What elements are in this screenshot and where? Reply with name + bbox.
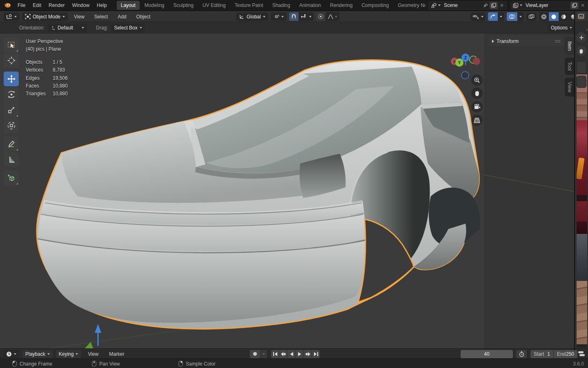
scale-tool[interactable]	[4, 103, 19, 117]
workspace-tab-rendering[interactable]: Rendering	[326, 1, 356, 10]
sidebar-tab-tool[interactable]: Tool	[565, 58, 574, 75]
options-button[interactable]: Options	[548, 24, 575, 32]
workspace-tab-shading[interactable]: Shading	[268, 1, 294, 10]
prev-keyframe-button[interactable]	[279, 350, 287, 358]
shading-wireframe-button[interactable]	[539, 12, 549, 21]
workspace-tab-layout[interactable]: Layout	[117, 1, 140, 10]
frame-start-field[interactable]: Start1	[530, 350, 553, 358]
pin-icon[interactable]	[481, 2, 490, 9]
keying-menu[interactable]: Keying	[56, 350, 81, 358]
overlays-options-chevron[interactable]	[517, 12, 524, 21]
timeline-editor-type-button[interactable]	[3, 350, 19, 358]
jump-to-end-button[interactable]	[312, 350, 320, 358]
current-frame-field[interactable]: 40	[461, 350, 513, 358]
navigation-gizmo[interactable]: Z X Y	[449, 39, 483, 80]
measure-tool[interactable]	[4, 152, 19, 167]
annotate-tool[interactable]	[4, 137, 19, 151]
scene-name[interactable]: Scene	[441, 2, 481, 8]
cursor-tool[interactable]	[4, 53, 19, 68]
playback-menu[interactable]: Playback	[22, 350, 53, 358]
sidebar-tab-view[interactable]: View	[565, 78, 574, 96]
drag-dots-icon[interactable]	[555, 40, 561, 43]
move-tool[interactable]	[4, 72, 19, 86]
shading-material-button[interactable]	[559, 12, 568, 21]
unlink-scene-icon[interactable]	[498, 2, 506, 9]
perspective-toggle-button[interactable]	[471, 114, 483, 126]
editor-menu-icon[interactable]	[578, 351, 585, 357]
timeline-view-menu[interactable]: View	[84, 350, 102, 358]
workspace-tab-geometry-nodes[interactable]: Geometry Nodes	[394, 1, 425, 10]
snap-toggle[interactable]	[289, 12, 298, 21]
new-viewlayer-icon[interactable]	[570, 2, 579, 9]
menu-add[interactable]: Add	[114, 12, 130, 21]
editor-type-button[interactable]	[3, 13, 20, 21]
add-image-button[interactable]	[576, 32, 586, 43]
next-keyframe-button[interactable]	[304, 350, 312, 358]
proportional-falloff-selector[interactable]	[325, 12, 339, 21]
preview-range-button[interactable]	[516, 350, 527, 358]
record-icon	[253, 352, 257, 356]
shading-solid-button[interactable]	[549, 12, 559, 21]
viewport-3d[interactable]: User Perspective (40) pics | Plane Objec…	[0, 34, 574, 348]
show-overlays-toggle[interactable]	[507, 12, 517, 21]
menu-window[interactable]: Window	[68, 0, 93, 11]
orientation-default-icon	[51, 25, 56, 30]
proportional-editing-toggle[interactable]	[316, 12, 325, 21]
workspace-tab-texture-paint[interactable]: Texture Paint	[231, 1, 267, 10]
axis-neg-z-ball[interactable]	[461, 72, 469, 79]
workspace-tab-compositing[interactable]: Compositing	[357, 1, 393, 10]
new-scene-icon[interactable]	[490, 2, 498, 9]
menu-render[interactable]: Render	[45, 0, 68, 11]
blender-logo-icon[interactable]	[3, 2, 11, 9]
transform-panel-header[interactable]: Transform	[489, 36, 564, 46]
pan-image-button[interactable]	[576, 46, 586, 56]
move-gizmo[interactable]	[85, 324, 101, 348]
camera-view-button[interactable]	[471, 101, 483, 112]
transform-tool[interactable]	[4, 118, 19, 133]
workspace-tab-sculpting[interactable]: Sculpting	[169, 1, 198, 10]
object-visibility-selector[interactable]	[470, 13, 486, 21]
viewlayer-name[interactable]: ViewLayer	[522, 2, 570, 8]
viewlayer-icon[interactable]	[512, 2, 520, 9]
axis-neg-x-ball[interactable]	[473, 58, 480, 65]
transform-orientation-selector[interactable]: Global	[236, 13, 268, 21]
play-button[interactable]	[296, 350, 303, 358]
menu-object[interactable]: Object	[133, 12, 154, 21]
image-tool-button[interactable]	[577, 61, 586, 74]
menu-file[interactable]: File	[14, 0, 29, 11]
sidebar-tab-item[interactable]: Item	[565, 37, 574, 55]
add-cube-tool[interactable]	[4, 171, 19, 185]
gizmo-options-chevron[interactable]	[498, 12, 504, 21]
menu-edit[interactable]: Edit	[29, 0, 45, 11]
car-model[interactable]	[37, 60, 480, 329]
play-reverse-button[interactable]	[287, 350, 295, 358]
jump-to-start-button[interactable]	[271, 350, 279, 358]
auto-keyframe-button[interactable]	[250, 350, 260, 358]
mode-selector[interactable]: Object Mode	[22, 13, 68, 21]
snap-target-selector[interactable]	[298, 12, 314, 21]
select-box-tool[interactable]	[4, 38, 19, 52]
pivot-point-selector[interactable]	[271, 13, 287, 21]
frame-end-field[interactable]: End250	[554, 350, 577, 358]
xray-toggle[interactable]	[526, 13, 537, 21]
tool-orientation-selector[interactable]: Default	[48, 24, 87, 32]
image-editor-icon[interactable]	[577, 13, 585, 20]
workspace-tab-uv-editing[interactable]: UV Editing	[198, 1, 230, 10]
pan-button[interactable]	[471, 88, 483, 99]
timeline-marker-menu[interactable]: Marker	[105, 350, 128, 358]
image-tool-button-2[interactable]	[577, 76, 586, 88]
collapse-chevron-icon[interactable]: ‹	[586, 27, 588, 32]
auto-keyframe-options[interactable]	[260, 350, 267, 358]
remove-viewlayer-icon[interactable]	[579, 2, 587, 9]
menu-select[interactable]: Select	[91, 12, 111, 21]
menu-help[interactable]: Help	[93, 0, 111, 11]
rotate-tool[interactable]	[4, 87, 19, 102]
show-gizmo-toggle[interactable]	[488, 12, 498, 21]
workspace-tab-modeling[interactable]: Modeling	[140, 1, 169, 10]
workspace-tab-animation[interactable]: Animation	[295, 1, 325, 10]
scene-icon[interactable]	[430, 2, 438, 9]
menu-view[interactable]: View	[70, 12, 88, 21]
drag-mode-selector[interactable]: Select Box	[111, 24, 145, 32]
reference-image-pane[interactable]: ‹	[574, 11, 588, 359]
zoom-button[interactable]	[471, 74, 483, 86]
